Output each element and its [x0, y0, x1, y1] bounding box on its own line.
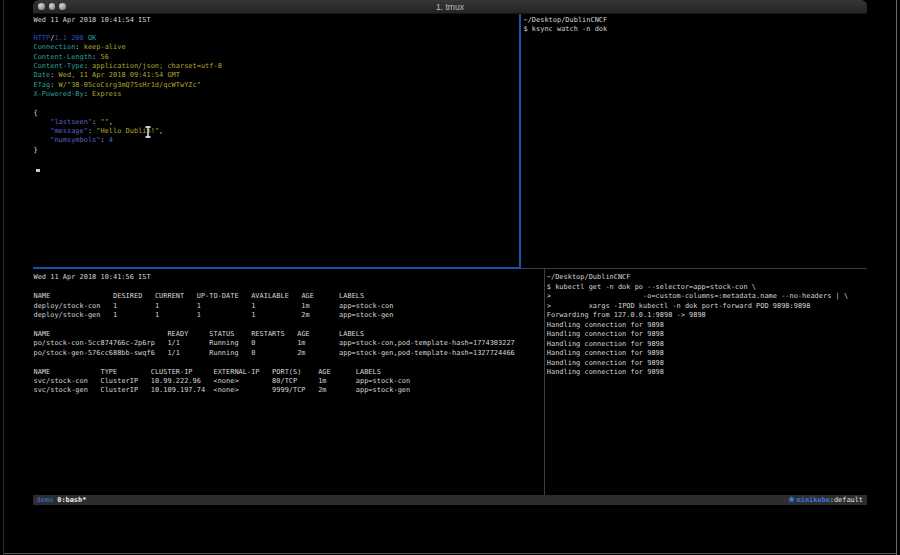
window-title: 1. tmux — [33, 0, 867, 14]
pane-border-horizontal-active[interactable] — [33, 267, 521, 269]
status-session-name: demo — [37, 496, 54, 504]
pane-bottom-left-kubectl-watch[interactable]: Wed 11 Apr 2018 10:41:56 IST NAME DESIRE… — [34, 273, 515, 396]
status-left: demo 0:bash* — [37, 495, 87, 505]
window-titlebar[interactable]: 1. tmux — [33, 0, 867, 14]
status-kube-namespace: default — [834, 496, 863, 504]
frame-edge-right — [896, 0, 898, 555]
pane-border-vertical[interactable] — [544, 269, 545, 495]
pane-border-vertical-active[interactable] — [519, 14, 521, 268]
pane-top-right-ksync[interactable]: ~/Desktop/DublinCNCF$ ksync watch -n dok — [524, 16, 608, 35]
status-window-item[interactable]: 0:bash* — [57, 496, 86, 504]
pane-bottom-right-port-forward[interactable]: ~/Desktop/DublinCNCF$ kubectl get -n dok… — [547, 273, 848, 378]
pane-border-horizontal[interactable] — [521, 268, 867, 269]
status-right: minikube:default — [788, 495, 863, 505]
text-ibeam-pointer-icon — [145, 126, 151, 138]
status-kube-context: minikube — [797, 496, 830, 504]
frame-edge-left — [3, 0, 4, 555]
terminal-window: 1. tmux Wed 11 Apr 2018 10:41:54 IST HTT… — [33, 0, 867, 546]
frame-edge-bottom — [4, 553, 896, 555]
terminal-cursor — [36, 169, 41, 171]
helm-icon — [788, 496, 795, 503]
tmux-status-bar: demo 0:bash* minikube:default — [33, 495, 867, 505]
screen-background: 1. tmux Wed 11 Apr 2018 10:41:54 IST HTT… — [0, 0, 900, 555]
pane-top-left-http-output[interactable]: Wed 11 Apr 2018 10:41:54 IST HTTP/1.1 20… — [34, 16, 222, 155]
